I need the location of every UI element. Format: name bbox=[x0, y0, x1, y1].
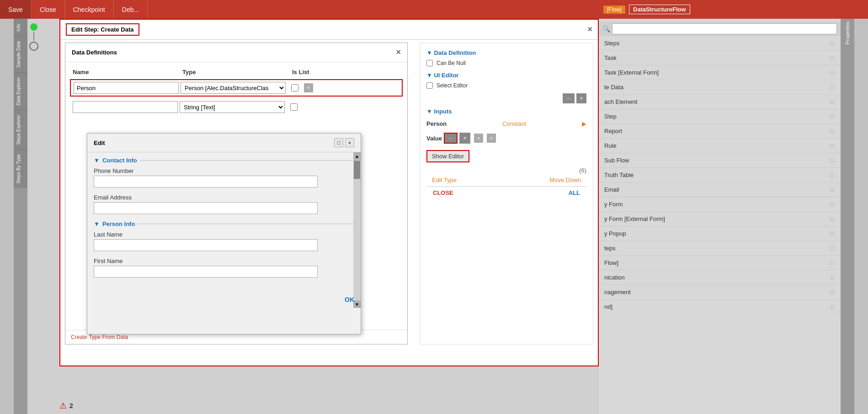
item-label: te Data bbox=[604, 84, 623, 91]
value-x-button[interactable]: × bbox=[459, 133, 470, 144]
row-islist-checkbox[interactable] bbox=[291, 84, 298, 91]
list-item[interactable]: Step ☆ bbox=[599, 109, 841, 124]
save-button[interactable]: Save bbox=[0, 0, 32, 19]
star-icon[interactable]: ☆ bbox=[829, 288, 835, 296]
list-item[interactable]: y Popup ☆ bbox=[599, 226, 841, 241]
scrollbar[interactable]: ▲ ▼ bbox=[353, 152, 361, 308]
list-item[interactable]: nagement ☆ bbox=[599, 285, 841, 300]
star-icon[interactable]: ☆ bbox=[829, 200, 835, 209]
last-name-input[interactable] bbox=[94, 239, 318, 251]
list-item[interactable]: teps ☆ bbox=[599, 241, 841, 256]
star-icon[interactable]: ☆ bbox=[829, 156, 835, 165]
star-icon[interactable]: ☆ bbox=[829, 229, 835, 238]
list-item[interactable]: y Form ☆ bbox=[599, 197, 841, 212]
data-definitions-close-button[interactable]: × bbox=[396, 48, 401, 57]
value-delete-button-2[interactable]: × bbox=[487, 134, 496, 143]
star-icon[interactable]: ☆ bbox=[829, 185, 835, 194]
all-link[interactable]: ALL bbox=[569, 189, 580, 196]
move-down-link[interactable]: Move Down bbox=[549, 177, 581, 183]
value-ellipsis-button[interactable]: ··· bbox=[444, 133, 458, 144]
properties-label: Properties bbox=[845, 22, 850, 44]
star-icon[interactable]: ☆ bbox=[829, 141, 835, 150]
star-icon[interactable]: ☆ bbox=[829, 171, 835, 179]
list-item[interactable]: y Form [External Form] ☆ bbox=[599, 212, 841, 226]
sidebar-item-data-explorer[interactable]: Data Explorer bbox=[14, 72, 27, 110]
list-item[interactable]: ach Element ☆ bbox=[599, 95, 841, 109]
can-be-null-checkbox[interactable] bbox=[426, 60, 433, 66]
resize-handle[interactable] bbox=[356, 303, 361, 308]
row-name-input[interactable] bbox=[74, 82, 179, 94]
star-icon[interactable]: ☆ bbox=[829, 258, 835, 267]
constant-link[interactable]: Constant bbox=[502, 120, 526, 127]
search-input[interactable] bbox=[612, 23, 837, 34]
star-icon[interactable]: ☆ bbox=[829, 127, 835, 135]
close-link[interactable]: CLOSE bbox=[433, 189, 453, 196]
list-item[interactable]: Sub Flow ☆ bbox=[599, 153, 841, 168]
value-delete-button-1[interactable]: × bbox=[474, 134, 483, 143]
row-name-input-2[interactable] bbox=[73, 101, 178, 113]
edit-step-titlebar: Edit Step: Create Data × bbox=[60, 20, 598, 40]
ui-editor-title: UI Editor bbox=[426, 72, 586, 79]
star-icon[interactable]: ☆ bbox=[829, 97, 835, 106]
list-item[interactable]: Task ☆ bbox=[599, 51, 841, 65]
right-sidebar: 🔍 Steps ☆ Task ☆ Task [External Form] ☆ … bbox=[599, 19, 854, 414]
scroll-thumb[interactable] bbox=[354, 161, 360, 179]
item-label: Truth Table bbox=[604, 172, 634, 178]
sidebar-item-info[interactable]: Info bbox=[14, 19, 27, 36]
star-icon[interactable]: ☆ bbox=[829, 244, 835, 253]
scroll-up-button[interactable]: ▲ bbox=[353, 152, 361, 160]
star-icon[interactable]: ☆ bbox=[829, 112, 835, 121]
star-icon[interactable]: ☆ bbox=[829, 302, 835, 311]
sidebar-item-sample-data[interactable]: Sample Data bbox=[14, 36, 27, 72]
properties-tab[interactable]: Properties bbox=[841, 19, 854, 414]
star-icon[interactable]: ☆ bbox=[829, 39, 835, 48]
edit-type-link[interactable]: Edit Type bbox=[432, 177, 457, 183]
star-icon[interactable]: ☆ bbox=[829, 215, 835, 223]
list-item[interactable]: Task [External Form] ☆ bbox=[599, 65, 841, 80]
list-item[interactable]: Flow] ☆ bbox=[599, 256, 841, 270]
edit-step-close-button[interactable]: × bbox=[587, 25, 592, 34]
item-label: ach Element bbox=[604, 98, 637, 105]
list-item[interactable]: te Data ☆ bbox=[599, 80, 841, 95]
person-label: Person bbox=[426, 120, 447, 127]
item-label: y Popup bbox=[604, 230, 626, 237]
create-type-link[interactable]: Create Type From Data bbox=[71, 334, 128, 340]
show-editor-button[interactable]: Show Editor bbox=[426, 150, 469, 162]
sidebar-item-steps-explorer[interactable]: Steps Explorer bbox=[14, 110, 27, 150]
first-name-input[interactable] bbox=[94, 266, 318, 278]
star-icon[interactable]: ☆ bbox=[829, 273, 835, 282]
value-row: Value ··· × × × bbox=[426, 133, 586, 144]
row-delete-button[interactable]: × bbox=[304, 83, 313, 92]
debug-button[interactable]: Deb... bbox=[114, 0, 148, 19]
contact-info-section: ▼ Contact Info Phone Number Email Addres… bbox=[94, 157, 354, 214]
subdialog-maximize-button[interactable]: □ bbox=[334, 138, 343, 147]
item-label: nication bbox=[604, 274, 625, 281]
star-icon[interactable]: ☆ bbox=[829, 68, 835, 77]
edit-subdialog-titlebar: Edit □ × bbox=[87, 134, 361, 152]
row-type-select[interactable]: Person [Alec.DataStructureClas bbox=[181, 82, 286, 94]
ok-button[interactable]: OK bbox=[345, 296, 354, 303]
row-type-select-2[interactable]: String [Text] bbox=[180, 101, 285, 113]
email-address-input[interactable] bbox=[94, 202, 318, 214]
ui-editor-x-button[interactable]: × bbox=[576, 93, 586, 103]
ui-editor-dots-button[interactable]: ··· bbox=[563, 93, 575, 103]
star-icon[interactable]: ☆ bbox=[829, 54, 835, 62]
select-editor-checkbox[interactable] bbox=[426, 82, 433, 89]
list-item[interactable]: Report ☆ bbox=[599, 124, 841, 139]
checkpoint-button[interactable]: Checkpoint bbox=[65, 0, 114, 19]
list-item[interactable]: Truth Table ☆ bbox=[599, 168, 841, 183]
item-label: teps bbox=[604, 245, 616, 252]
list-item[interactable]: nication ☆ bbox=[599, 270, 841, 285]
subdialog-close-button[interactable]: × bbox=[345, 138, 354, 147]
close-button[interactable]: Close bbox=[32, 0, 65, 19]
list-item[interactable]: nd] ☆ bbox=[599, 300, 841, 314]
can-be-null-label: Can Be Null bbox=[437, 60, 466, 66]
steps-panel: 🔍 Steps ☆ Task ☆ Task [External Form] ☆ … bbox=[599, 19, 841, 414]
list-item[interactable]: Rule ☆ bbox=[599, 139, 841, 153]
phone-number-input[interactable] bbox=[94, 176, 318, 188]
row-islist-checkbox-2[interactable] bbox=[290, 103, 298, 111]
star-icon[interactable]: ☆ bbox=[829, 83, 835, 91]
list-item[interactable]: Steps ☆ bbox=[599, 36, 841, 51]
sidebar-item-steps-by-type[interactable]: Steps By Type bbox=[14, 149, 27, 188]
list-item[interactable]: Email ☆ bbox=[599, 183, 841, 197]
